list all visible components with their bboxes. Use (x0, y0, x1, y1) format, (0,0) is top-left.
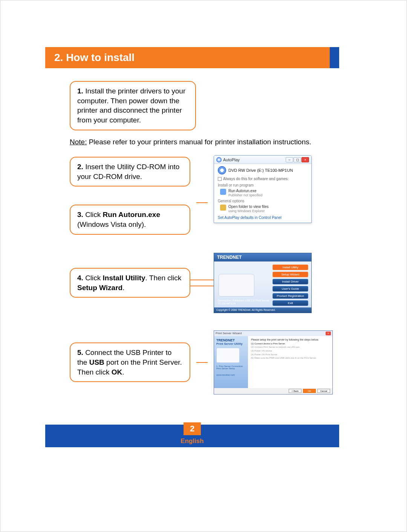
wizard-screenshot: Print Server Wizard × TRENDNET Print Ser… (214, 330, 333, 394)
row-installer: 4. Click Install Utility. Then click Set… (70, 253, 334, 313)
back-button[interactable]: < Back (289, 389, 301, 393)
wizard-product: Print Server Utility (216, 342, 246, 345)
step-3-number: 3. (77, 211, 83, 219)
step-2-box: 2. Insert the Utility CD-ROM into your C… (70, 157, 190, 187)
wizard-opt-5: (5) Make sure the PWR and USB LEDs are l… (251, 357, 329, 359)
wizard-window: Print Server Wizard × TRENDNET Print Ser… (214, 330, 333, 394)
cancel-button[interactable]: Cancel (317, 389, 330, 393)
run-sub: Publisher not specified (228, 193, 263, 197)
step-1-box: 1. Install the printer drivers to your c… (70, 81, 196, 130)
step-3-post: (Windows Vista only). (77, 220, 146, 228)
wizard-opt-4: (4) Power ON Print Server. (251, 353, 329, 356)
exit-button[interactable]: Exit (272, 300, 308, 306)
installer-brand-bar: TRENDNET (214, 253, 311, 261)
maximize-icon[interactable]: ◻ (294, 157, 301, 162)
wizard-main: Please setup the print server by followi… (248, 336, 332, 388)
steps-2-3-col: 2. Insert the Utility CD-ROM into your C… (70, 155, 190, 235)
run-autorun-item[interactable]: Run Autorun.exe Publisher not specified (220, 189, 308, 197)
autoplay-screenshot: AutoPlay – ◻ × DVD RW Drive (E:) TE100-M… (214, 155, 334, 223)
device-image (219, 274, 254, 297)
open-name: Open folder to view files (228, 205, 269, 209)
note-line: Note: Please refer to your printers manu… (70, 137, 334, 147)
page-footer: 2 English (45, 425, 339, 447)
setup-wizard-button[interactable]: Setup Wizard (272, 272, 308, 277)
step-4-b2: Setup Wizard (77, 284, 122, 292)
step-3-bold: Run Autorun.exe (103, 211, 160, 219)
installer-screenshot: TRENDNET Install Utility Setup Wizard In… (214, 253, 334, 313)
section-install-label: Install or run program (218, 183, 308, 187)
minimize-icon[interactable]: – (286, 157, 293, 162)
installer-brand: TRENDNET (217, 255, 242, 260)
installer-menu: Install Utility Setup Wizard Install Dri… (272, 264, 308, 307)
window-buttons: – ◻ × (286, 157, 309, 162)
users-guide-button[interactable]: User's Guide (272, 286, 308, 292)
step-2-number: 2. (77, 163, 83, 171)
cd-icon (216, 157, 222, 162)
installer-window: TRENDNET Install Utility Setup Wizard In… (214, 253, 312, 313)
connector-line (196, 362, 208, 363)
drive-label: DVD RW Drive (E:) TE100-MP1UN (228, 168, 293, 173)
wizard-titlebar: Print Server Wizard × (214, 331, 332, 336)
product-registration-button[interactable]: Product Registration (272, 293, 308, 299)
wizard-prompt: Please setup the print server by followi… (251, 338, 329, 341)
installer-caption-2: TE100-MP1UN (218, 302, 236, 305)
disc-icon (218, 166, 226, 174)
installer-caption-1: Description: Advanced USB 2.0 Print Serv… (218, 299, 269, 302)
section-header: 2. How to install (45, 47, 330, 68)
ok-button[interactable]: OK (303, 389, 316, 393)
autoplay-titlebar: AutoPlay – ◻ × (214, 156, 311, 164)
wizard-side-2: Print Server Setup (216, 367, 246, 370)
step-3-pre: Click (83, 211, 103, 219)
section-title: 2. How to install (54, 52, 135, 64)
step-2-text: Insert the Utility CD-ROM into your CD-R… (77, 163, 179, 180)
open-folder-text: Open folder to view files using Windows … (228, 205, 269, 213)
section-general-label: General options (218, 199, 308, 203)
folder-icon (220, 205, 226, 211)
step-4-pre: Click (83, 274, 103, 282)
step-5-number: 5. (77, 349, 83, 356)
row-wizard: 5. Connect the USB Printer to the USB po… (70, 330, 334, 394)
language-label: English (45, 437, 339, 445)
step-5-b1: USB (89, 358, 104, 366)
wizard-side-1: 1. Print Server Connection (216, 365, 246, 368)
always-checkbox-row[interactable]: Always do this for software and games: (218, 177, 308, 181)
autoplay-window: AutoPlay – ◻ × DVD RW Drive (E:) TE100-M… (214, 155, 312, 223)
step-4-col: 4. Click Install Utility. Then click Set… (70, 268, 190, 298)
device-thumb (216, 348, 240, 363)
autoplay-body: DVD RW Drive (E:) TE100-MP1UN Always do … (214, 164, 311, 223)
wizard-button-row: < Back OK Cancel (214, 388, 332, 394)
step-5-col: 5. Connect the USB Printer to the USB po… (70, 342, 190, 382)
step-5-box: 5. Connect the USB Printer to the USB po… (70, 342, 190, 382)
step-4-box: 4. Click Install Utility. Then click Set… (70, 268, 190, 298)
drive-row: DVD RW Drive (E:) TE100-MP1UN (218, 166, 308, 174)
run-name: Run Autorun.exe (228, 189, 257, 193)
step-4-number: 4. (77, 274, 83, 282)
wizard-sidebar: TRENDNET Print Server Utility 1. Print S… (214, 336, 248, 388)
step-5-post: . (122, 368, 124, 376)
autoplay-title: AutoPlay (223, 157, 284, 162)
installer-footer: Copyright © 2008 TRENDnet. All Rights Re… (214, 307, 311, 313)
run-autorun-text: Run Autorun.exe Publisher not specified (228, 189, 263, 197)
wizard-opt-3: (3) Power ON device. (251, 350, 329, 352)
wizard-opt-2: (2) Connect Print Server to network via … (251, 346, 329, 349)
step-1-number: 1. (77, 87, 83, 95)
step-4-mid: . Then click (145, 274, 182, 282)
autoplay-defaults-link[interactable]: Set AutoPlay defaults in Control Panel (218, 216, 308, 220)
row-autoplay: 2. Insert the Utility CD-ROM into your C… (70, 155, 334, 235)
program-icon (220, 189, 226, 195)
wizard-title: Print Server Wizard (216, 332, 242, 335)
close-icon[interactable]: × (326, 332, 331, 335)
page-number-badge: 2 (184, 422, 201, 435)
install-utility-button[interactable]: Install Utility (272, 264, 308, 270)
checkbox-icon[interactable] (218, 177, 222, 181)
step-5-b2: OK (112, 368, 122, 376)
step-4-b1: Install Utility (103, 274, 145, 282)
install-driver-button[interactable]: Install Driver (272, 279, 308, 284)
close-icon[interactable]: × (301, 157, 309, 162)
step-3-box: 3. Click Run Autorun.exe (Windows Vista … (70, 205, 190, 234)
installer-caption: Description: Advanced USB 2.0 Print Serv… (218, 299, 269, 305)
note-label: Note: (70, 138, 87, 146)
open-sub: using Windows Explorer (228, 209, 265, 213)
wizard-url: www.trendnet.com (216, 374, 246, 376)
open-folder-item[interactable]: Open folder to view files using Windows … (220, 205, 308, 213)
